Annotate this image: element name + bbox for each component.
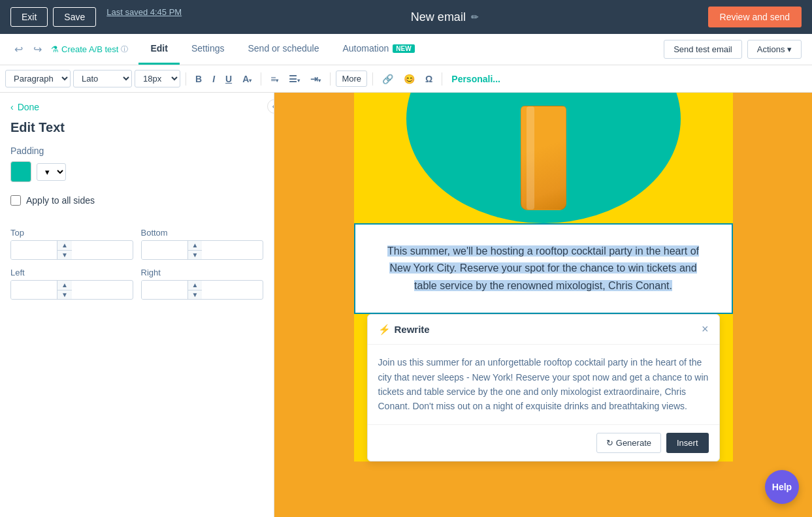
right-stepper: 20 ▲ ▼	[141, 280, 264, 300]
paragraph-style-select[interactable]: Paragraph	[5, 70, 71, 87]
padding-inputs-section: Top 10 ▲ ▼ Bottom 10 ▲	[0, 225, 274, 310]
padding-label: Padding	[10, 146, 263, 156]
right-padding-group: Right 20 ▲ ▼	[141, 268, 264, 300]
bold-button[interactable]: B	[191, 71, 206, 87]
actions-label: Actions ▾	[757, 44, 792, 54]
refresh-icon: ↻	[606, 438, 613, 448]
rewrite-title-label: Rewrite	[395, 324, 430, 335]
left-increment-button[interactable]: ▲	[57, 281, 72, 290]
font-size-select[interactable]: 18px	[135, 70, 180, 87]
automation-label: Automation	[342, 43, 389, 54]
email-title: New email	[411, 10, 466, 24]
rewrite-close-button[interactable]: ×	[702, 322, 709, 336]
left-decrement-button[interactable]: ▼	[57, 290, 72, 300]
top-label: Top	[10, 228, 133, 238]
nav-tabs: Edit Settings Send or schedule Automatio…	[138, 34, 426, 65]
redo-button[interactable]: ↪	[29, 40, 46, 58]
actions-button[interactable]: Actions ▾	[747, 40, 802, 59]
review-and-send-button[interactable]: Review and send	[708, 7, 802, 27]
text-color-button[interactable]: A▾	[238, 71, 255, 87]
bottom-decrement-button[interactable]: ▼	[188, 251, 203, 260]
right-label: Right	[141, 268, 264, 277]
automation-new-badge: NEW	[393, 44, 414, 53]
tab-settings[interactable]: Settings	[180, 34, 236, 65]
rewrite-title: ⚡ Rewrite	[378, 324, 430, 336]
tab-send-or-schedule[interactable]: Send or schedule	[236, 34, 331, 65]
lightning-icon: ⚡	[378, 324, 391, 336]
rewrite-footer: ↻ Generate Insert	[368, 424, 719, 461]
email-body: This summer, we'll be hosting a rooftop …	[354, 93, 733, 462]
rewrite-panel: ⚡ Rewrite × Join us this summer for an u…	[367, 314, 720, 462]
font-select[interactable]: Lato	[73, 70, 132, 87]
main-layout: « ‹ Done Edit Text Padding ▾ Apply to al…	[0, 93, 812, 517]
personalize-button[interactable]: Personali...	[447, 71, 504, 87]
back-button[interactable]: ‹ Done	[0, 93, 274, 118]
top-stepper: 10 ▲ ▼	[10, 240, 133, 260]
omega-button[interactable]: Ω	[421, 71, 436, 87]
padding-dropdown[interactable]: ▾	[37, 163, 66, 181]
padding-section: Padding ▾	[0, 146, 274, 193]
exit-button[interactable]: Exit	[10, 7, 48, 27]
indent-button[interactable]: ⇥▾	[306, 71, 325, 87]
right-increment-button[interactable]: ▲	[188, 281, 203, 290]
top-padding-group: Top 10 ▲ ▼	[10, 228, 133, 260]
flask-icon: ⚗	[51, 44, 59, 54]
link-button[interactable]: 🔗	[378, 71, 397, 87]
padding-control: ▾	[10, 161, 263, 182]
toolbar-divider-3	[330, 72, 331, 86]
generate-label: Generate	[616, 438, 651, 448]
apply-all-sides-label[interactable]: Apply to all sides	[26, 195, 95, 206]
italic-button[interactable]: I	[208, 71, 219, 87]
toolbar-divider-4	[372, 72, 373, 86]
top-increment-button[interactable]: ▲	[57, 241, 72, 251]
bottom-input[interactable]: 10	[142, 241, 187, 259]
selected-text-block[interactable]: This summer, we'll be hosting a rooftop …	[354, 223, 733, 314]
bottom-padding-group: Bottom 10 ▲ ▼	[141, 228, 264, 260]
panel-title: Edit Text	[0, 118, 274, 146]
ab-test-label: Create A/B test	[61, 44, 118, 54]
bottom-stepper-buttons: ▲ ▼	[187, 241, 203, 259]
undo-button[interactable]: ↩	[10, 40, 27, 58]
tab-automation[interactable]: Automation NEW	[331, 34, 426, 65]
top-decrement-button[interactable]: ▼	[57, 251, 72, 260]
rewrite-header: ⚡ Rewrite ×	[368, 315, 719, 345]
ab-test-button[interactable]: ⚗ Create A/B test ⓘ	[51, 44, 128, 54]
help-button[interactable]: Help	[765, 470, 799, 504]
padding-color-button[interactable]	[10, 161, 31, 182]
apply-all-sides-checkbox[interactable]	[10, 195, 21, 206]
top-bar-right: Review and send	[708, 7, 802, 27]
chevron-left-icon: ‹	[10, 102, 14, 112]
apply-all-sides-section: Apply to all sides	[0, 193, 274, 225]
bottom-increment-button[interactable]: ▲	[188, 241, 203, 251]
undo-redo-controls: ↩ ↪	[10, 40, 46, 58]
top-bar-left: Exit Save Last saved 4:45 PM	[10, 7, 182, 27]
formatting-toolbar: Paragraph Lato 18px B I U A▾ ≡▾ ☰▾ ⇥▾ Mo…	[0, 65, 812, 93]
tab-edit[interactable]: Edit	[138, 34, 179, 65]
right-decrement-button[interactable]: ▼	[188, 290, 203, 300]
padding-grid: Top 10 ▲ ▼ Bottom 10 ▲	[10, 228, 263, 300]
left-input[interactable]: 20	[11, 281, 57, 299]
toolbar-divider-1	[186, 72, 186, 86]
edit-icon[interactable]: ✏	[471, 12, 479, 22]
email-hero-image	[354, 93, 733, 223]
top-stepper-buttons: ▲ ▼	[57, 241, 72, 259]
generate-button[interactable]: ↻ Generate	[596, 433, 661, 453]
more-button[interactable]: More	[336, 70, 367, 87]
save-button[interactable]: Save	[53, 7, 96, 27]
left-label: Left	[10, 268, 133, 277]
top-bar-center: New email ✏	[189, 10, 700, 24]
emoji-button[interactable]: 😊	[400, 71, 419, 87]
list-button[interactable]: ☰▾	[285, 71, 304, 87]
underline-button[interactable]: U	[221, 71, 236, 87]
bottom-label: Bottom	[141, 228, 264, 238]
rewrite-content: Join us this summer for an unforgettable…	[368, 345, 719, 424]
align-button[interactable]: ≡▾	[267, 71, 282, 87]
right-input[interactable]: 20	[142, 281, 187, 299]
insert-button[interactable]: Insert	[666, 433, 709, 453]
bottom-stepper: 10 ▲ ▼	[141, 240, 264, 260]
toolbar-divider-5	[442, 72, 442, 86]
top-input[interactable]: 10	[11, 241, 57, 259]
apply-all-sides-row: Apply to all sides	[10, 193, 263, 215]
send-test-email-button[interactable]: Send test email	[664, 40, 742, 59]
top-bar: Exit Save Last saved 4:45 PM New email ✏…	[0, 0, 812, 34]
